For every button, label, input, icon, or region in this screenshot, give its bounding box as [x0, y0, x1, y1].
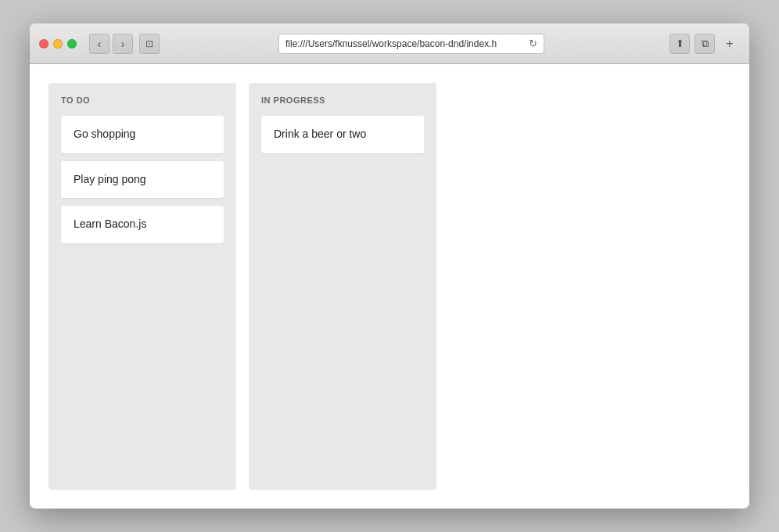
sidebar-button[interactable]: ⊡: [139, 34, 160, 54]
browser-actions: ⬆ ⧉ +: [670, 34, 740, 54]
sidebar-icon: ⊡: [145, 38, 153, 49]
card-card-1[interactable]: Go shopping: [61, 116, 224, 153]
forward-button[interactable]: ›: [113, 34, 133, 54]
address-text: file:///Users/fknussel/workspace/bacon-d…: [285, 38, 524, 49]
traffic-lights: [39, 39, 77, 49]
card-text: Learn Bacon.js: [74, 217, 146, 230]
browser-content: TO DOGo shoppingPlay ping pongLearn Baco…: [30, 64, 749, 509]
add-tab-icon: +: [726, 37, 733, 51]
column-header-todo: TO DO: [61, 95, 224, 105]
share-icon: ⬆: [676, 38, 684, 49]
maximize-button[interactable]: [67, 39, 77, 49]
add-tab-button[interactable]: +: [720, 34, 740, 54]
card-card-2[interactable]: Play ping pong: [61, 161, 224, 199]
column-todo: TO DOGo shoppingPlay ping pongLearn Baco…: [48, 83, 236, 490]
minimize-button[interactable]: [53, 39, 63, 49]
windows-button[interactable]: ⧉: [695, 34, 715, 54]
reload-button[interactable]: ↻: [529, 38, 537, 49]
windows-icon: ⧉: [702, 38, 709, 50]
back-icon: ‹: [98, 38, 102, 50]
card-text: Play ping pong: [74, 173, 146, 185]
card-text: Drink a beer or two: [274, 128, 366, 140]
column-in-progress: IN PROGRESSDrink a beer or two: [249, 83, 436, 490]
card-card-3[interactable]: Learn Bacon.js: [61, 206, 224, 243]
share-button[interactable]: ⬆: [670, 34, 690, 54]
forward-icon: ›: [121, 38, 125, 50]
address-bar[interactable]: file:///Users/fknussel/workspace/bacon-d…: [278, 34, 544, 54]
column-header-in-progress: IN PROGRESS: [261, 95, 424, 105]
card-card-4[interactable]: Drink a beer or two: [261, 116, 424, 153]
close-button[interactable]: [39, 39, 48, 49]
titlebar: ‹ › ⊡ file:///Users/fknussel/workspace/b…: [30, 23, 749, 64]
nav-buttons: ‹ ›: [89, 34, 133, 54]
address-bar-container: file:///Users/fknussel/workspace/bacon-d…: [166, 34, 657, 54]
browser-window: ‹ › ⊡ file:///Users/fknussel/workspace/b…: [30, 23, 749, 509]
card-text: Go shopping: [74, 128, 135, 140]
back-button[interactable]: ‹: [89, 34, 109, 54]
